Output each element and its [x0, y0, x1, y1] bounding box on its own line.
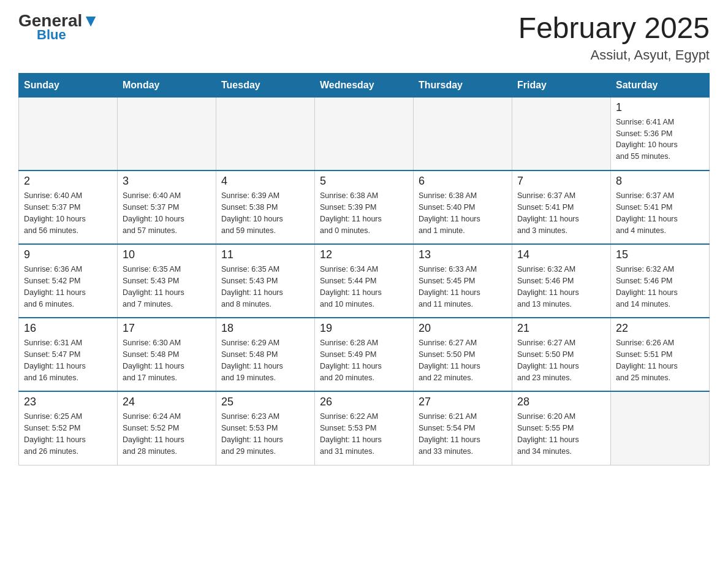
calendar-day-cell: 22Sunrise: 6:26 AMSunset: 5:51 PMDayligh…: [611, 318, 710, 391]
day-number: 2: [24, 175, 112, 188]
day-number: 1: [616, 101, 704, 114]
day-number: 10: [123, 248, 211, 261]
day-number: 20: [419, 322, 507, 335]
day-info: Sunrise: 6:23 AMSunset: 5:53 PMDaylight:…: [221, 411, 309, 457]
day-number: 17: [123, 322, 211, 335]
page-header: General▼ Blue February 2025 Assiut, Asyu…: [18, 12, 710, 63]
day-info: Sunrise: 6:40 AMSunset: 5:37 PMDaylight:…: [123, 190, 211, 236]
calendar-day-cell: 19Sunrise: 6:28 AMSunset: 5:49 PMDayligh…: [315, 318, 414, 391]
calendar-day-cell: 10Sunrise: 6:35 AMSunset: 5:43 PMDayligh…: [118, 244, 216, 318]
weekday-header-sunday: Sunday: [19, 73, 118, 97]
day-number: 18: [221, 322, 309, 335]
calendar-day-cell: 15Sunrise: 6:32 AMSunset: 5:46 PMDayligh…: [611, 244, 710, 318]
calendar-day-cell: 28Sunrise: 6:20 AMSunset: 5:55 PMDayligh…: [512, 391, 611, 465]
weekday-header-wednesday: Wednesday: [315, 73, 414, 97]
weekday-header-row: SundayMondayTuesdayWednesdayThursdayFrid…: [19, 73, 710, 97]
day-info: Sunrise: 6:27 AMSunset: 5:50 PMDaylight:…: [517, 337, 605, 383]
day-info: Sunrise: 6:32 AMSunset: 5:46 PMDaylight:…: [616, 264, 704, 310]
weekday-header-thursday: Thursday: [414, 73, 512, 97]
day-number: 7: [517, 175, 605, 188]
calendar-day-cell: [315, 97, 414, 170]
day-info: Sunrise: 6:34 AMSunset: 5:44 PMDaylight:…: [320, 264, 408, 310]
day-number: 3: [123, 175, 211, 188]
day-number: 24: [123, 396, 211, 408]
day-info: Sunrise: 6:27 AMSunset: 5:50 PMDaylight:…: [419, 337, 507, 383]
calendar-day-cell: 16Sunrise: 6:31 AMSunset: 5:47 PMDayligh…: [19, 318, 118, 391]
day-number: 26: [320, 396, 408, 408]
calendar-day-cell: 12Sunrise: 6:34 AMSunset: 5:44 PMDayligh…: [315, 244, 414, 318]
day-number: 11: [221, 248, 309, 261]
day-info: Sunrise: 6:36 AMSunset: 5:42 PMDaylight:…: [24, 264, 112, 310]
location-title: Assiut, Asyut, Egypt: [518, 47, 710, 63]
day-info: Sunrise: 6:37 AMSunset: 5:41 PMDaylight:…: [517, 190, 605, 236]
day-number: 6: [419, 175, 507, 188]
calendar-week-row: 1Sunrise: 6:41 AMSunset: 5:36 PMDaylight…: [19, 97, 710, 170]
calendar-day-cell: [414, 97, 512, 170]
calendar-day-cell: 23Sunrise: 6:25 AMSunset: 5:52 PMDayligh…: [19, 391, 118, 465]
day-number: 13: [419, 248, 507, 261]
logo-blue-text: Blue: [37, 27, 66, 43]
day-info: Sunrise: 6:22 AMSunset: 5:53 PMDaylight:…: [320, 411, 408, 457]
day-info: Sunrise: 6:38 AMSunset: 5:39 PMDaylight:…: [320, 190, 408, 236]
day-info: Sunrise: 6:24 AMSunset: 5:52 PMDaylight:…: [123, 411, 211, 457]
calendar-day-cell: [19, 97, 118, 170]
calendar-day-cell: 18Sunrise: 6:29 AMSunset: 5:48 PMDayligh…: [216, 318, 315, 391]
calendar-day-cell: 17Sunrise: 6:30 AMSunset: 5:48 PMDayligh…: [118, 318, 216, 391]
day-number: 21: [517, 322, 605, 335]
day-info: Sunrise: 6:20 AMSunset: 5:55 PMDaylight:…: [517, 411, 605, 457]
calendar-day-cell: 11Sunrise: 6:35 AMSunset: 5:43 PMDayligh…: [216, 244, 315, 318]
calendar-day-cell: 14Sunrise: 6:32 AMSunset: 5:46 PMDayligh…: [512, 244, 611, 318]
day-info: Sunrise: 6:39 AMSunset: 5:38 PMDaylight:…: [221, 190, 309, 236]
calendar-day-cell: 1Sunrise: 6:41 AMSunset: 5:36 PMDaylight…: [611, 97, 710, 170]
logo: General▼ Blue: [18, 12, 99, 43]
calendar-day-cell: 26Sunrise: 6:22 AMSunset: 5:53 PMDayligh…: [315, 391, 414, 465]
day-number: 4: [221, 175, 309, 188]
weekday-header-monday: Monday: [118, 73, 216, 97]
day-info: Sunrise: 6:32 AMSunset: 5:46 PMDaylight:…: [517, 264, 605, 310]
day-number: 9: [24, 248, 112, 261]
calendar-day-cell: 21Sunrise: 6:27 AMSunset: 5:50 PMDayligh…: [512, 318, 611, 391]
day-info: Sunrise: 6:40 AMSunset: 5:37 PMDaylight:…: [24, 190, 112, 236]
day-info: Sunrise: 6:26 AMSunset: 5:51 PMDaylight:…: [616, 337, 704, 383]
day-info: Sunrise: 6:31 AMSunset: 5:47 PMDaylight:…: [24, 337, 112, 383]
calendar-day-cell: 4Sunrise: 6:39 AMSunset: 5:38 PMDaylight…: [216, 170, 315, 244]
calendar-day-cell: 13Sunrise: 6:33 AMSunset: 5:45 PMDayligh…: [414, 244, 512, 318]
calendar-day-cell: 5Sunrise: 6:38 AMSunset: 5:39 PMDaylight…: [315, 170, 414, 244]
day-number: 16: [24, 322, 112, 335]
calendar-day-cell: 27Sunrise: 6:21 AMSunset: 5:54 PMDayligh…: [414, 391, 512, 465]
weekday-header-tuesday: Tuesday: [216, 73, 315, 97]
day-number: 19: [320, 322, 408, 335]
logo-arrow-icon: ▼: [82, 11, 99, 30]
calendar-day-cell: 6Sunrise: 6:38 AMSunset: 5:40 PMDaylight…: [414, 170, 512, 244]
day-info: Sunrise: 6:21 AMSunset: 5:54 PMDaylight:…: [419, 411, 507, 457]
day-number: 15: [616, 248, 704, 261]
calendar-day-cell: 7Sunrise: 6:37 AMSunset: 5:41 PMDaylight…: [512, 170, 611, 244]
calendar-day-cell: 8Sunrise: 6:37 AMSunset: 5:41 PMDaylight…: [611, 170, 710, 244]
day-info: Sunrise: 6:41 AMSunset: 5:36 PMDaylight:…: [616, 117, 704, 163]
weekday-header-saturday: Saturday: [611, 73, 710, 97]
calendar-day-cell: [611, 391, 710, 465]
calendar-table: SundayMondayTuesdayWednesdayThursdayFrid…: [18, 73, 710, 465]
calendar-day-cell: 3Sunrise: 6:40 AMSunset: 5:37 PMDaylight…: [118, 170, 216, 244]
weekday-header-friday: Friday: [512, 73, 611, 97]
day-info: Sunrise: 6:25 AMSunset: 5:52 PMDaylight:…: [24, 411, 112, 457]
day-number: 14: [517, 248, 605, 261]
calendar-day-cell: [512, 97, 611, 170]
calendar-week-row: 16Sunrise: 6:31 AMSunset: 5:47 PMDayligh…: [19, 318, 710, 391]
calendar-day-cell: [216, 97, 315, 170]
month-title: February 2025: [518, 12, 710, 45]
day-info: Sunrise: 6:38 AMSunset: 5:40 PMDaylight:…: [419, 190, 507, 236]
day-info: Sunrise: 6:29 AMSunset: 5:48 PMDaylight:…: [221, 337, 309, 383]
day-number: 25: [221, 396, 309, 408]
day-info: Sunrise: 6:33 AMSunset: 5:45 PMDaylight:…: [419, 264, 507, 310]
calendar-day-cell: 2Sunrise: 6:40 AMSunset: 5:37 PMDaylight…: [19, 170, 118, 244]
calendar-week-row: 9Sunrise: 6:36 AMSunset: 5:42 PMDaylight…: [19, 244, 710, 318]
day-number: 23: [24, 396, 112, 408]
day-info: Sunrise: 6:35 AMSunset: 5:43 PMDaylight:…: [123, 264, 211, 310]
day-info: Sunrise: 6:35 AMSunset: 5:43 PMDaylight:…: [221, 264, 309, 310]
calendar-day-cell: [118, 97, 216, 170]
day-number: 8: [616, 175, 704, 188]
calendar-day-cell: 9Sunrise: 6:36 AMSunset: 5:42 PMDaylight…: [19, 244, 118, 318]
day-number: 22: [616, 322, 704, 335]
calendar-day-cell: 20Sunrise: 6:27 AMSunset: 5:50 PMDayligh…: [414, 318, 512, 391]
